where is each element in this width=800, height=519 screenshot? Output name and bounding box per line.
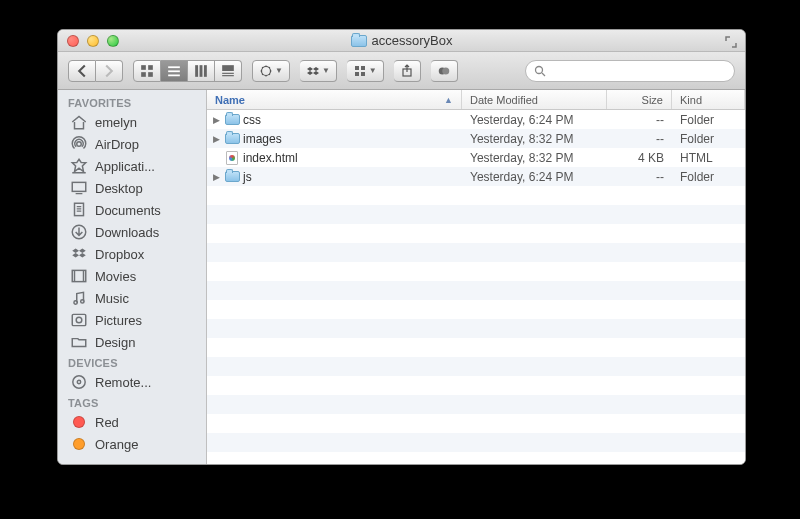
action-menu-button[interactable]: ▼ (252, 60, 290, 82)
column-name[interactable]: Name ▲ (207, 90, 462, 109)
sidebar-tag-orange[interactable]: Orange (58, 433, 206, 455)
toolbar: ▼ ▼ ▼ (58, 52, 745, 90)
svg-rect-2 (141, 72, 146, 77)
pictures-icon (70, 312, 88, 328)
sidebar-item-folder[interactable]: Design (58, 331, 206, 353)
forward-button[interactable] (96, 60, 123, 82)
folder-icon (351, 35, 367, 47)
file-row[interactable]: ▶ images Yesterday, 8:32 PM -- Folder (207, 129, 745, 148)
file-row[interactable]: ▶ index.html Yesterday, 8:32 PM 4 KB HTM… (207, 148, 745, 167)
file-date: Yesterday, 8:32 PM (462, 132, 607, 146)
file-kind: HTML (672, 151, 745, 165)
svg-rect-17 (361, 72, 365, 76)
file-name: index.html (243, 151, 298, 165)
zoom-button[interactable] (107, 35, 119, 47)
column-view-button[interactable] (188, 60, 215, 82)
sidebar-item-label: Dropbox (95, 247, 144, 262)
svg-point-39 (73, 376, 85, 388)
file-date: Yesterday, 6:24 PM (462, 113, 607, 127)
window-title: accessoryBox (58, 33, 745, 48)
sidebar-tag-red[interactable]: Red (58, 411, 206, 433)
disclosure-triangle[interactable]: ▶ (211, 134, 221, 144)
svg-rect-15 (361, 66, 365, 70)
svg-rect-6 (168, 74, 180, 76)
svg-point-40 (77, 380, 80, 383)
chevron-down-icon: ▼ (322, 66, 330, 75)
search-field[interactable] (525, 60, 735, 82)
icon-view-button[interactable] (133, 60, 161, 82)
home-icon (70, 114, 88, 130)
column-size[interactable]: Size (607, 90, 672, 109)
column-headers: Name ▲ Date Modified Size Kind (207, 90, 745, 110)
search-input[interactable] (551, 64, 726, 78)
sidebar-item-device[interactable]: Remote... (58, 371, 206, 393)
svg-rect-8 (200, 65, 203, 77)
svg-rect-14 (355, 66, 359, 70)
sidebar-item-label: Movies (95, 269, 136, 284)
arrange-menu-button[interactable]: ▼ (347, 60, 384, 82)
apps-icon (70, 158, 88, 174)
svg-rect-4 (168, 66, 180, 68)
sidebar-item-documents[interactable]: Documents (58, 199, 206, 221)
disclosure-triangle[interactable]: ▶ (211, 172, 221, 182)
close-button[interactable] (67, 35, 79, 47)
sidebar-item-label: Applicati... (95, 159, 155, 174)
coverflow-view-button[interactable] (215, 60, 242, 82)
downloads-icon (70, 224, 88, 240)
body: FAVORITES emelynAirDropApplicati...Deskt… (58, 90, 745, 464)
nav-buttons (68, 60, 123, 82)
sidebar-item-movies[interactable]: Movies (58, 265, 206, 287)
sidebar-item-downloads[interactable]: Downloads (58, 221, 206, 243)
share-button[interactable] (394, 60, 421, 82)
column-kind[interactable]: Kind (672, 90, 745, 109)
chevron-down-icon: ▼ (275, 66, 283, 75)
svg-point-21 (536, 66, 543, 73)
tags-button[interactable] (431, 60, 458, 82)
sidebar-item-desktop[interactable]: Desktop (58, 177, 206, 199)
svg-rect-1 (148, 65, 153, 70)
file-list[interactable]: ▶ css Yesterday, 6:24 PM -- Folder ▶ ima… (207, 110, 745, 464)
svg-point-38 (76, 317, 82, 323)
sidebar-item-apps[interactable]: Applicati... (58, 155, 206, 177)
svg-rect-7 (195, 65, 198, 77)
movies-icon (70, 268, 88, 284)
folder-icon (225, 114, 240, 125)
finder-window: accessoryBox ▼ ▼ ▼ (57, 29, 746, 465)
documents-icon (70, 202, 88, 218)
file-row[interactable]: ▶ css Yesterday, 6:24 PM -- Folder (207, 110, 745, 129)
sidebar-item-music[interactable]: Music (58, 287, 206, 309)
minimize-button[interactable] (87, 35, 99, 47)
sidebar-item-label: Desktop (95, 181, 143, 196)
back-button[interactable] (68, 60, 96, 82)
svg-rect-12 (222, 75, 234, 76)
sidebar-item-airdrop[interactable]: AirDrop (58, 133, 206, 155)
sidebar-item-label: Music (95, 291, 129, 306)
disclosure-triangle[interactable]: ▶ (211, 115, 221, 125)
file-size: -- (607, 132, 672, 146)
chevron-down-icon: ▼ (369, 66, 377, 75)
sidebar-item-label: AirDrop (95, 137, 139, 152)
sidebar-item-label: Downloads (95, 225, 159, 240)
sidebar-item-pictures[interactable]: Pictures (58, 309, 206, 331)
sidebar-item-label: Pictures (95, 313, 142, 328)
file-size: -- (607, 113, 672, 127)
svg-point-36 (81, 300, 84, 303)
fullscreen-button[interactable] (725, 34, 737, 46)
svg-rect-0 (141, 65, 146, 70)
svg-line-22 (542, 73, 545, 76)
search-icon (534, 65, 546, 77)
sidebar-item-home[interactable]: emelyn (58, 111, 206, 133)
file-name: css (243, 113, 261, 127)
file-kind: Folder (672, 170, 745, 184)
file-row[interactable]: ▶ js Yesterday, 6:24 PM -- Folder (207, 167, 745, 186)
column-date[interactable]: Date Modified (462, 90, 607, 109)
airdrop-icon (70, 136, 88, 152)
file-size: -- (607, 170, 672, 184)
sidebar-item-label: Design (95, 335, 135, 350)
svg-rect-25 (72, 182, 86, 191)
devices-header: DEVICES (58, 353, 206, 371)
sidebar-item-dropbox[interactable]: Dropbox (58, 243, 206, 265)
dropbox-menu-button[interactable]: ▼ (300, 60, 337, 82)
content: Name ▲ Date Modified Size Kind ▶ css Yes… (207, 90, 745, 464)
list-view-button[interactable] (161, 60, 188, 82)
